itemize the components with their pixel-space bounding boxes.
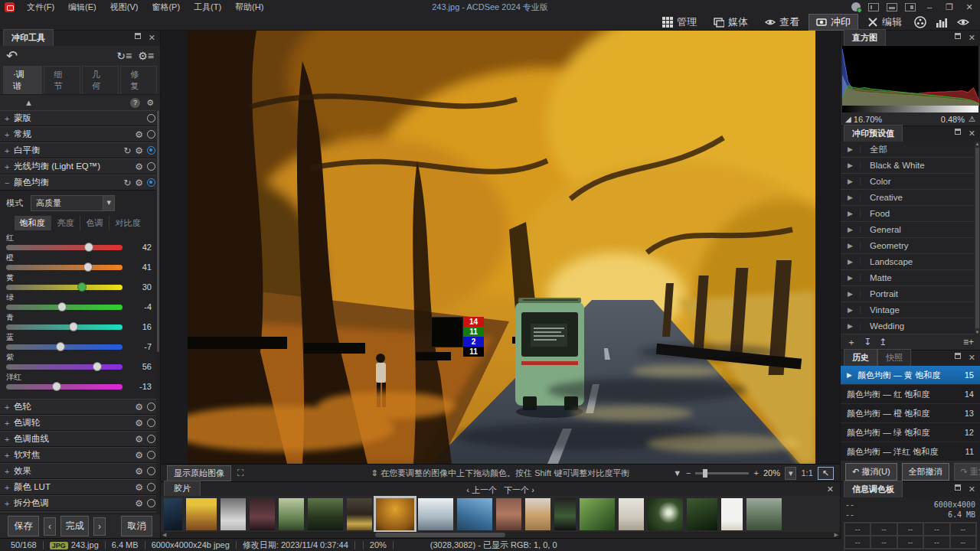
enable-radio[interactable] [147, 419, 155, 427]
sync-eye-icon[interactable] [957, 16, 971, 28]
gear-icon[interactable]: ⚙ [135, 161, 143, 172]
restore-button[interactable]: ❐ [943, 2, 956, 12]
tab-histogram[interactable]: 直方图 [844, 29, 886, 46]
thumbnail-13[interactable] [554, 498, 576, 530]
slider-thumb[interactable] [77, 282, 87, 292]
enable-radio[interactable] [147, 483, 155, 491]
menu-工具(T)[interactable]: 工具(T) [188, 1, 227, 14]
filmstrip-scrollbar[interactable]: ◀▶ [161, 532, 840, 538]
pin-icon[interactable] [955, 129, 961, 135]
save-button[interactable]: 保存 [8, 516, 39, 536]
coloreq-tab-对比度[interactable]: 对比度 [110, 216, 146, 230]
history-item[interactable]: ▶颜色均衡 — 黄 饱和度15 [841, 366, 980, 385]
mode-dropdown[interactable]: 高质量 ▾ [31, 195, 115, 211]
slider-thumb[interactable] [57, 302, 67, 311]
undo-button[interactable]: ↶ 撤消(U) [845, 463, 897, 481]
preset-category-Geometry[interactable]: ▶Geometry [841, 238, 980, 254]
pin-icon[interactable] [955, 484, 961, 491]
mode-tab-管理[interactable]: 管理 [655, 14, 704, 31]
mode-tab-查看[interactable]: 查看 [757, 14, 807, 31]
expand-icon[interactable]: + [5, 162, 14, 171]
expand-arrow-icon[interactable]: ▶ [841, 226, 861, 233]
enable-radio[interactable] [147, 435, 155, 443]
preset-category-Color[interactable]: ▶Color [841, 174, 980, 190]
import-preset-icon[interactable]: ↧ [864, 337, 871, 347]
thumbnail-9[interactable] [418, 498, 453, 530]
preset-list-options-icon[interactable]: ≡+ [963, 337, 974, 347]
close-panel-icon[interactable]: ✕ [969, 129, 975, 139]
mode-tab-冲印[interactable]: 冲印 [808, 14, 858, 31]
zoom-dropdown-icon[interactable]: ▾ [785, 467, 797, 480]
done-button[interactable]: 完成 [60, 516, 89, 536]
zoom-in-icon[interactable]: + [753, 468, 758, 478]
zoom-menu-icon[interactable]: ▼ [673, 468, 681, 478]
tab-历史[interactable]: 历史 [844, 349, 877, 366]
share-preset-icon[interactable]: ↥ [879, 337, 887, 347]
expand-arrow-icon[interactable]: ▶ [841, 290, 861, 298]
thumbnail-18[interactable] [721, 498, 743, 530]
develop-tab-修复[interactable]: 修复 [120, 66, 157, 94]
expand-arrow-icon[interactable]: ▶ [841, 306, 861, 314]
enable-radio[interactable] [147, 130, 155, 139]
redo-button[interactable]: ↷ 重复(R) [954, 463, 980, 481]
gear-icon[interactable]: ⚙ [135, 450, 143, 461]
film-reel-icon[interactable] [914, 16, 928, 28]
expand-icon[interactable]: + [5, 146, 14, 155]
slider-thumb[interactable] [84, 243, 93, 252]
expand-icon[interactable]: + [5, 483, 14, 492]
image-viewport[interactable]: 14 11 2 11 [161, 31, 840, 464]
thumbnail-8-selected[interactable] [376, 498, 414, 530]
gear-icon[interactable]: ⚙ [135, 418, 143, 429]
develop-tab-细节[interactable]: 细节 [44, 66, 80, 94]
enable-radio[interactable] [147, 146, 155, 155]
history-item[interactable]: 颜色均衡 — 橙 饱和度13 [841, 404, 980, 423]
slider-track[interactable] [6, 265, 122, 270]
slider-track[interactable] [6, 364, 122, 370]
coloreq-tab-饱和度[interactable]: 饱和度 [15, 216, 51, 230]
preset-category-Wedding[interactable]: ▶Wedding [841, 318, 980, 334]
help-icon[interactable]: ? [130, 98, 140, 108]
preset-category-Vintage[interactable]: ▶Vintage [841, 302, 980, 318]
slider-track[interactable] [6, 305, 122, 310]
gear-icon[interactable]: ⚙ [135, 145, 143, 156]
gear-icon[interactable]: ⚙ [135, 178, 143, 188]
menu-视图(V)[interactable]: 视图(V) [104, 1, 145, 14]
history-item[interactable]: 颜色均衡 — 绿 饱和度12 [841, 423, 980, 442]
slider-track[interactable] [6, 384, 122, 390]
expand-icon[interactable]: + [5, 467, 14, 476]
collapse-icon[interactable]: − [5, 178, 14, 187]
preset-category-Creative[interactable]: ▶Creative [841, 190, 980, 206]
expand-icon[interactable]: + [5, 130, 14, 139]
gear-icon[interactable]: ⚙ [135, 434, 143, 445]
enable-radio[interactable] [147, 467, 155, 475]
undo-all-button[interactable]: 全部撤消 [902, 463, 949, 481]
preset-category-Black & White[interactable]: ▶Black & White [841, 158, 980, 174]
next-image-button[interactable]: › [93, 517, 106, 536]
thumbnail-12[interactable] [525, 498, 550, 530]
thumbnail-15[interactable] [619, 498, 644, 530]
prev-image-button[interactable]: ‹ [44, 517, 56, 536]
develop-tab-几何[interactable]: 几何 [82, 66, 119, 94]
slider-thumb[interactable] [56, 342, 65, 351]
add-preset-icon[interactable]: ＋ [847, 336, 856, 349]
photo-autumn-road[interactable]: 14 11 2 11 [188, 31, 815, 464]
thumbnail-4[interactable] [250, 498, 275, 530]
preset-category-全部[interactable]: ▶全部 [841, 142, 980, 158]
expand-arrow-icon[interactable]: ▶ [841, 145, 861, 153]
section-软对焦[interactable]: +软对焦⚙ [0, 447, 160, 463]
expand-arrow-icon[interactable]: ▶ [841, 258, 861, 266]
reset-all-icon[interactable]: ↻≡ [116, 50, 132, 62]
pan-tool-button[interactable]: ↖ [818, 467, 834, 480]
expand-arrow-icon[interactable]: ▶ [841, 194, 861, 201]
pin-icon[interactable] [955, 353, 961, 359]
expand-icon[interactable]: + [5, 435, 14, 444]
tab-快照[interactable]: 快照 [877, 349, 911, 366]
expand-arrow-icon[interactable]: ▶ [841, 322, 861, 330]
expand-arrow-icon[interactable]: ▶ [841, 210, 861, 217]
expand-icon[interactable]: + [5, 114, 14, 123]
slider-thumb[interactable] [69, 322, 78, 331]
preset-category-Landscape[interactable]: ▶Landscape [841, 254, 980, 270]
layout-left-icon[interactable] [868, 3, 879, 11]
section-色调轮[interactable]: +色调轮⚙ [0, 415, 160, 431]
chevron-down-icon[interactable]: ▾ [103, 196, 114, 210]
